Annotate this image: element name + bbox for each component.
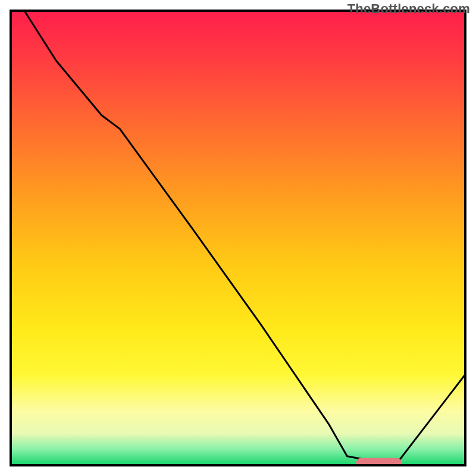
optimal-range-marker <box>356 458 402 468</box>
bottleneck-plot <box>0 0 476 476</box>
chart-canvas: TheBottleneck.com <box>0 0 476 476</box>
gradient-background <box>11 11 465 465</box>
